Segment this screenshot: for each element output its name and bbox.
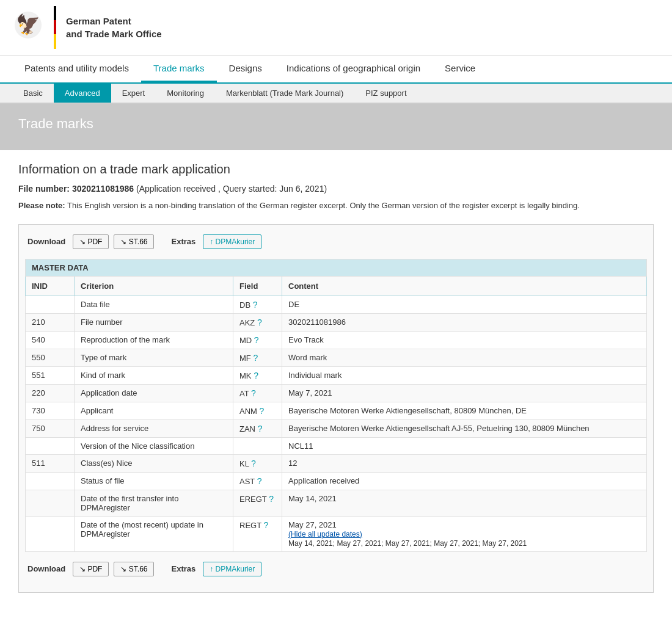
pdf-button-top[interactable]: ↘ PDF bbox=[73, 234, 109, 249]
help-icon[interactable]: ? bbox=[254, 371, 258, 380]
cell-inid: 220 bbox=[26, 384, 75, 402]
cell-field: KL ? bbox=[233, 454, 282, 472]
help-icon[interactable]: ? bbox=[258, 424, 263, 434]
subnav-markenblatt[interactable]: Markenblatt (Trade Mark Journal) bbox=[215, 84, 354, 103]
cell-criterion: File number bbox=[75, 313, 233, 331]
section-header: MASTER DATA bbox=[26, 259, 647, 276]
cell-field: AST ? bbox=[233, 472, 282, 490]
nav-service[interactable]: Service bbox=[433, 56, 488, 82]
nav-geographical[interactable]: Indications of geographical origin bbox=[274, 56, 433, 82]
cell-inid bbox=[26, 472, 75, 490]
help-icon[interactable]: ? bbox=[253, 353, 258, 363]
cell-content: Bayerische Motoren Werke Aktiengesellsch… bbox=[282, 419, 647, 437]
hide-update-dates-link[interactable]: (Hide all update dates) bbox=[288, 530, 362, 539]
main-navigation: Patents and utility models Trade marks D… bbox=[0, 56, 672, 84]
dpma-button-bottom[interactable]: ↑ DPMAkurier bbox=[203, 562, 261, 576]
table-row: Date of the (most recent) update in DPMA… bbox=[26, 516, 647, 551]
help-icon[interactable]: ? bbox=[257, 318, 262, 327]
file-status: (Application received , Query started: J… bbox=[136, 184, 327, 194]
help-icon[interactable]: ? bbox=[257, 476, 262, 486]
help-icon[interactable]: ? bbox=[253, 300, 258, 310]
subnav-monitoring[interactable]: Monitoring bbox=[156, 84, 215, 103]
table-row: 220Application dateAT ?May 7, 2021 bbox=[26, 384, 647, 402]
cell-criterion: Application date bbox=[75, 384, 233, 402]
cell-inid bbox=[26, 490, 75, 516]
cell-field: AT ? bbox=[233, 384, 282, 402]
cell-field: REGT ? bbox=[233, 516, 282, 551]
subnav-piz[interactable]: PIZ support bbox=[354, 84, 417, 103]
cell-content: Individual mark bbox=[282, 366, 647, 384]
st66-button-top[interactable]: ↘ ST.66 bbox=[114, 234, 154, 249]
help-icon[interactable]: ? bbox=[269, 494, 274, 504]
download-bar-bottom: Download ↘ PDF ↘ ST.66 Extras ↑ DPMAkuri… bbox=[25, 558, 647, 580]
cell-field: ANM ? bbox=[233, 402, 282, 419]
cell-content: May 14, 2021 bbox=[282, 490, 647, 516]
info-title: Information on a trade mark application bbox=[18, 162, 654, 176]
download-label-top: Download bbox=[27, 237, 65, 246]
table-row: Data fileDB ?DE bbox=[26, 296, 647, 313]
cell-criterion: Type of mark bbox=[75, 349, 233, 366]
table-row: 511Class(es) NiceKL ?12 bbox=[26, 454, 647, 472]
cell-field: AKZ ? bbox=[233, 313, 282, 331]
note-text: This English version is a non-binding tr… bbox=[67, 201, 580, 210]
cell-criterion: Data file bbox=[75, 296, 233, 313]
help-icon[interactable]: ? bbox=[251, 459, 256, 468]
help-icon[interactable]: ? bbox=[264, 520, 269, 530]
nav-designs[interactable]: Designs bbox=[217, 56, 274, 82]
cell-content: Application received bbox=[282, 472, 647, 490]
cell-inid bbox=[26, 296, 75, 313]
table-row: Version of the Nice classificationNCL11 bbox=[26, 437, 647, 454]
cell-inid: 540 bbox=[26, 331, 75, 349]
table-row: Date of the first transfer into DPMAregi… bbox=[26, 490, 647, 516]
table-row: 540Reproduction of the markMD ?Evo Track bbox=[26, 331, 647, 349]
cell-field: MK ? bbox=[233, 366, 282, 384]
nav-patents[interactable]: Patents and utility models bbox=[12, 56, 141, 82]
table-row: 730ApplicantANM ?Bayerische Motoren Werk… bbox=[26, 402, 647, 419]
table-row: 750Address for serviceZAN ?Bayerische Mo… bbox=[26, 419, 647, 437]
dpma-button-top[interactable]: ↑ DPMAkurier bbox=[203, 234, 261, 249]
cell-criterion: Applicant bbox=[75, 402, 233, 419]
subnav-advanced[interactable]: Advanced bbox=[54, 84, 111, 103]
cell-content: DE bbox=[282, 296, 647, 313]
table-container: Download ↘ PDF ↘ ST.66 Extras ↑ DPMAkuri… bbox=[18, 224, 654, 593]
cell-inid: 210 bbox=[26, 313, 75, 331]
file-number-line: File number: 3020211081986 (Application … bbox=[18, 184, 654, 194]
extras-label-bottom: Extras bbox=[171, 564, 195, 573]
st66-button-bottom[interactable]: ↘ ST.66 bbox=[114, 562, 154, 576]
cell-content: NCL11 bbox=[282, 437, 647, 454]
cell-content: Bayerische Motoren Werke Aktiengesellsch… bbox=[282, 402, 647, 419]
pdf-button-bottom[interactable]: ↘ PDF bbox=[73, 562, 109, 576]
cell-criterion: Reproduction of the mark bbox=[75, 331, 233, 349]
nav-trademarks[interactable]: Trade marks bbox=[141, 56, 217, 82]
cell-content: Word mark bbox=[282, 349, 647, 366]
sub-navigation: Basic Advanced Expert Monitoring Markenb… bbox=[0, 84, 672, 104]
logo-text: German Patent and Trade Mark Office bbox=[66, 15, 162, 40]
note-line: Please note: This English version is a n… bbox=[18, 200, 654, 212]
help-icon[interactable]: ? bbox=[260, 406, 265, 416]
cell-inid bbox=[26, 516, 75, 551]
svg-text:🦅: 🦅 bbox=[16, 13, 40, 36]
cell-criterion: Class(es) Nice bbox=[75, 454, 233, 472]
cell-inid: 730 bbox=[26, 402, 75, 419]
logo-color-bar bbox=[54, 6, 56, 49]
col-header-content: Content bbox=[282, 276, 647, 296]
eagle-icon: 🦅 bbox=[12, 9, 44, 46]
cell-criterion: Status of file bbox=[75, 472, 233, 490]
subnav-expert[interactable]: Expert bbox=[111, 84, 156, 103]
cell-content: May 27, 2021 (Hide all update dates) May… bbox=[282, 516, 647, 551]
subnav-basic[interactable]: Basic bbox=[12, 84, 54, 103]
cell-inid: 750 bbox=[26, 419, 75, 437]
help-icon[interactable]: ? bbox=[251, 388, 256, 398]
content-date-main: May 27, 2021 bbox=[288, 520, 337, 529]
help-icon[interactable]: ? bbox=[254, 335, 259, 345]
cell-content: 3020211081986 bbox=[282, 313, 647, 331]
file-number-label: File number: bbox=[18, 184, 70, 194]
col-header-inid: INID bbox=[26, 276, 75, 296]
cell-criterion: Date of the first transfer into DPMAregi… bbox=[75, 490, 233, 516]
main-content: Information on a trade mark application … bbox=[0, 150, 672, 605]
update-dates-list: May 14, 2021; May 27, 2021; May 27, 2021… bbox=[288, 539, 527, 548]
file-number-value: 3020211081986 bbox=[72, 184, 134, 194]
cell-criterion: Kind of mark bbox=[75, 366, 233, 384]
page-title: Trade marks bbox=[18, 116, 654, 132]
col-header-field: Field bbox=[233, 276, 282, 296]
